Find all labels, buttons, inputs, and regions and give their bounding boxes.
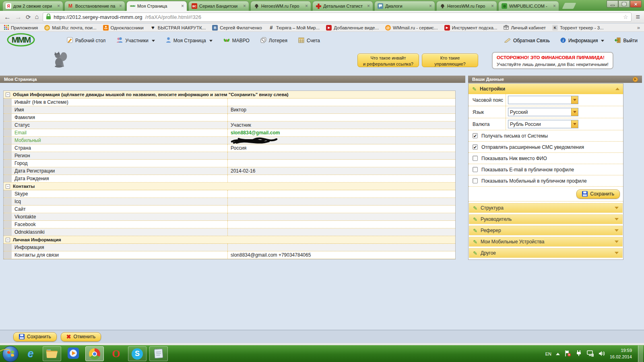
row-value[interactable]: 2014-02-16 xyxy=(228,167,455,175)
taskbar-notepad[interactable] xyxy=(149,346,168,361)
row-value[interactable] xyxy=(228,152,455,159)
taskbar-opera[interactable]: O xyxy=(107,346,125,361)
volume-icon[interactable] xyxy=(598,350,605,358)
checkbox-show-nick[interactable]: Показывать Ник вместо ФИО xyxy=(469,153,623,164)
row-value[interactable] xyxy=(228,228,455,236)
tab-close-icon[interactable]: × xyxy=(181,4,184,8)
taskbar-skype[interactable]: S xyxy=(128,346,147,361)
tab-4[interactable]: ВС Сериал Бандитски × xyxy=(188,1,249,11)
currency-select[interactable]: Рубль России xyxy=(508,120,578,128)
checkbox-sms-notifications[interactable]: ✔ Отправлять расширенные СМС уведомления xyxy=(469,142,623,153)
close-button[interactable]: × xyxy=(630,0,642,8)
collapse-icon[interactable]: − xyxy=(6,184,10,189)
row-city[interactable]: Город xyxy=(4,160,455,167)
bookmark-mailru[interactable]: @ Mail.Ru: почта, пои... xyxy=(44,25,96,31)
tab-close-icon[interactable]: × xyxy=(243,4,246,8)
bookmark-youtube-1[interactable]: ▶ Добавленные виде... xyxy=(326,25,379,31)
forward-button[interactable]: → xyxy=(15,14,22,21)
panel-collapse-icon[interactable] xyxy=(633,77,638,82)
checkbox-unchecked[interactable] xyxy=(473,167,478,172)
row-invite[interactable]: Инвайт (Ник в Системе) xyxy=(4,99,455,106)
power-plug-icon[interactable] xyxy=(576,350,582,358)
row-value[interactable] xyxy=(228,244,455,251)
nav-feedback[interactable]: Обратная Связь xyxy=(504,37,550,44)
checkbox-unchecked[interactable] xyxy=(473,156,478,161)
tab-6[interactable]: Детальная Статист × xyxy=(312,1,373,11)
taskbar-chrome-active[interactable] xyxy=(85,346,104,361)
row-mobile[interactable]: Мобильный xyxy=(4,137,455,144)
action-center-flag-icon[interactable] xyxy=(564,350,571,358)
row-value[interactable] xyxy=(228,213,455,220)
invite-help-button[interactable]: Что такое инвайт и реферальная ссылка? xyxy=(357,53,419,67)
tab-close-icon[interactable]: × xyxy=(57,4,60,8)
row-email[interactable]: Emailslon8834@gmail.com xyxy=(4,129,455,137)
nav-participants[interactable]: Участники xyxy=(116,37,155,44)
accordion-structure[interactable]: ✎ Структура xyxy=(469,203,623,213)
nav-lottery[interactable]: Лотерея xyxy=(260,37,287,44)
new-tab-button[interactable] xyxy=(562,3,576,9)
collapse-icon[interactable]: − xyxy=(6,238,10,242)
row-value[interactable] xyxy=(228,99,455,106)
tab-active-my-page[interactable]: MMM Моя Страница × xyxy=(126,1,187,11)
dropdown-button[interactable] xyxy=(571,108,578,116)
network-icon[interactable] xyxy=(586,350,594,358)
dropdown-button[interactable] xyxy=(571,120,578,128)
bookmark-apps[interactable]: Приложения xyxy=(4,25,38,31)
tab-close-icon[interactable]: × xyxy=(367,4,370,8)
row-country[interactable]: СтранаРоссия xyxy=(4,144,455,152)
row-value[interactable] xyxy=(228,198,455,205)
tab-1[interactable]: Я дом 2 свежие сери × xyxy=(2,1,63,11)
accordion-mobile-devices[interactable]: ✎ Мои Мобильные Устройства xyxy=(469,237,623,247)
collapse-icon[interactable]: − xyxy=(6,93,10,97)
tab-7[interactable]: Диалоги × xyxy=(374,1,435,11)
back-button[interactable]: ← xyxy=(4,14,11,21)
row-odnoklassniki[interactable]: Odnoklassniki xyxy=(4,228,455,236)
row-icq[interactable]: Icq xyxy=(4,198,455,206)
taskbar-wmp[interactable] xyxy=(64,346,83,361)
row-facebook[interactable]: Facebook xyxy=(4,221,455,228)
mmm-logo[interactable]: MMM xyxy=(6,33,35,49)
settings-accordion-header[interactable]: ✎ Настройки xyxy=(469,84,623,94)
row-value[interactable] xyxy=(228,206,455,213)
chrome-menu-icon[interactable]: ≡ xyxy=(636,13,640,21)
row-information[interactable]: Информация xyxy=(4,244,455,251)
bookmark-youtube-2[interactable]: ▶ Инструмент подска... xyxy=(444,25,497,31)
row-birth-date[interactable]: Дата Рождения xyxy=(4,175,455,183)
checkbox-checked[interactable]: ✔ xyxy=(473,144,478,150)
taskbar-ie[interactable]: e xyxy=(21,346,40,361)
settings-save-button[interactable]: Сохранить xyxy=(576,189,620,199)
row-value[interactable] xyxy=(228,190,455,197)
row-value[interactable] xyxy=(228,114,455,121)
row-status[interactable]: СтатусУчастник xyxy=(4,121,455,129)
cancel-button[interactable]: ✖ Отменить xyxy=(61,332,101,341)
timezone-select[interactable] xyxy=(508,96,578,104)
accordion-other[interactable]: ✎ Другое xyxy=(469,248,623,258)
bookmark-tyuryaga[interactable]: # Тюряга – Мой Мир... xyxy=(268,25,320,31)
row-contact-info[interactable]: Контакты для связиslon8834@gmail.com +79… xyxy=(4,251,455,259)
row-value[interactable]: Участник xyxy=(228,121,455,129)
managers-help-button[interactable]: Кто такие управляющие? xyxy=(422,53,478,67)
row-reg-date[interactable]: Дата Регистрации2014-02-16 xyxy=(4,167,455,175)
row-value[interactable]: slon8834@gmail.com xyxy=(228,129,455,136)
tab-close-icon[interactable]: × xyxy=(305,4,308,8)
address-bar[interactable]: https://2012.sergey-mavrodi-mmm.org/r6aX… xyxy=(43,12,632,22)
taskbar-explorer[interactable] xyxy=(43,346,61,361)
accordion-referrer[interactable]: ✎ Реферер xyxy=(469,226,623,235)
row-last-name[interactable]: Фамилия xyxy=(4,114,455,121)
checkbox-checked[interactable]: ✔ xyxy=(473,133,478,138)
checkbox-unchecked[interactable] xyxy=(473,178,478,183)
checkbox-show-mobile[interactable]: Показывать Мобильный в публичном профиле xyxy=(469,175,623,187)
tab-8[interactable]: HeroesWM.ru Геро × xyxy=(436,1,497,11)
bookmark-ok[interactable]: Одноклассники xyxy=(103,25,144,31)
nav-accounts[interactable]: Счета xyxy=(298,37,320,44)
restore-button[interactable] xyxy=(618,0,630,8)
checkbox-system-letters[interactable]: ✔ Получать письма от Системы xyxy=(469,130,623,142)
dropdown-button[interactable] xyxy=(571,96,578,104)
language-select[interactable]: Русский xyxy=(508,108,578,116)
tab-close-icon[interactable]: × xyxy=(553,4,556,8)
bookmark-vk[interactable]: В Сергей Филатченко xyxy=(212,25,262,31)
accordion-manager[interactable]: ✎ Руководитель xyxy=(469,214,623,224)
home-button[interactable]: ⌂ xyxy=(35,13,39,21)
bookmark-heart[interactable]: ♥ БЫСТРАЯ НАКРУТК... xyxy=(150,25,206,31)
nav-mavro[interactable]: МАВРО xyxy=(223,37,250,44)
